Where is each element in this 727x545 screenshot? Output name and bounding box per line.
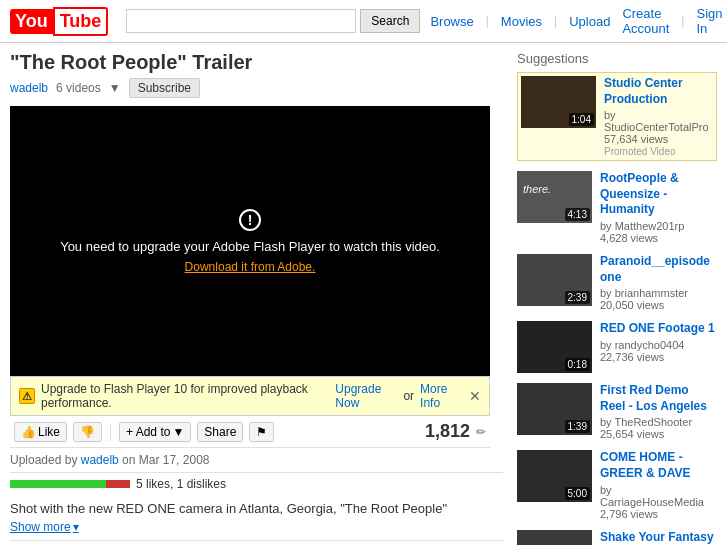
- comments-header: All Comments (5) see all: [10, 541, 503, 545]
- suggestion-info: First Red Demo Reel - Los Angeles by The…: [600, 383, 717, 440]
- suggestion-title[interactable]: First Red Demo Reel - Los Angeles: [600, 383, 717, 414]
- share-button[interactable]: Share: [197, 422, 243, 442]
- suggestion-item[interactable]: 1:04 Studio Center Production by StudioC…: [517, 72, 717, 161]
- suggestion-views: 4,628 views: [600, 232, 717, 244]
- suggestion-info: Studio Center Production by StudioCenter…: [604, 76, 713, 157]
- more-info-link[interactable]: More Info: [420, 382, 463, 410]
- description: Shot with the new RED ONE camera in Atla…: [10, 495, 503, 541]
- suggestion-thumbnail: 3:51: [517, 530, 592, 545]
- description-text: Shot with the new RED ONE camera in Atla…: [10, 501, 447, 516]
- suggestion-thumbnail: there. 4:13: [517, 171, 592, 223]
- suggestion-channel: by Matthew201rp: [600, 220, 717, 232]
- flag-icon: ⚑: [256, 425, 267, 439]
- suggestion-thumbnail: 1:39: [517, 383, 592, 435]
- suggestions-title: Suggestions: [517, 51, 717, 66]
- page: "The Root People" Trailer wadelb 6 video…: [0, 43, 727, 545]
- dropdown-icon[interactable]: ▼: [109, 81, 121, 95]
- suggestion-thumbnail: 1:04: [521, 76, 596, 128]
- show-more-button[interactable]: Show more ▾: [10, 520, 503, 534]
- flash-warning-box: ! You need to upgrade your Adobe Flash P…: [60, 209, 440, 274]
- flash-bar: ⚠ Upgrade to Flash Player 10 for improve…: [10, 376, 490, 416]
- upload-info: Uploaded by wadelb on Mar 17, 2008: [10, 448, 503, 473]
- controls-bar: 👍 Like 👎 + Add to ▼ Share ⚑ 1,812 ✏: [10, 416, 490, 448]
- thumb-duration: 0:18: [565, 358, 590, 371]
- logo: YouTube: [10, 7, 108, 36]
- video-title: "The Root People" Trailer: [10, 51, 503, 74]
- suggestion-thumbnail: 5:00: [517, 450, 592, 502]
- search-input[interactable]: [126, 9, 356, 33]
- video-screen: ! You need to upgrade your Adobe Flash P…: [10, 106, 490, 376]
- search-button[interactable]: Search: [360, 9, 420, 33]
- likes-text: 5 likes, 1 dislikes: [136, 477, 226, 491]
- browse-link[interactable]: Browse: [430, 14, 473, 29]
- view-count: 1,812: [425, 421, 470, 442]
- add-to-dropdown-icon: ▼: [172, 425, 184, 439]
- subscribe-button[interactable]: Subscribe: [129, 78, 200, 98]
- thumb-down-icon: 👎: [80, 425, 95, 439]
- suggestion-channel: by randycho0404: [600, 339, 717, 351]
- suggestion-thumbnail: 0:18: [517, 321, 592, 373]
- uploader-link[interactable]: wadelb: [81, 453, 119, 467]
- likes-bar: 5 likes, 1 dislikes: [10, 473, 503, 495]
- search-form: Search: [126, 9, 420, 33]
- suggestion-item[interactable]: 3:51 Shake Your Fantasy - Mimi & Teft by…: [517, 530, 717, 545]
- suggestion-info: COME HOME - GREER & DAVE by CarriageHous…: [600, 450, 717, 519]
- suggestion-item[interactable]: 5:00 COME HOME - GREER & DAVE by Carriag…: [517, 450, 717, 519]
- header: YouTube Search Browse | Movies | Upload …: [0, 0, 727, 43]
- promoted-label: Promoted Video: [604, 146, 676, 157]
- movies-link[interactable]: Movies: [501, 14, 542, 29]
- flash-bar-or: or: [403, 389, 414, 403]
- create-account-link[interactable]: Create Account: [622, 6, 669, 36]
- flag-button[interactable]: ⚑: [249, 422, 274, 442]
- sign-in-link[interactable]: Sign In: [696, 6, 722, 36]
- suggestion-item[interactable]: 2:39 Paranoid__episode one by brianhamms…: [517, 254, 717, 311]
- suggestion-title[interactable]: COME HOME - GREER & DAVE: [600, 450, 717, 481]
- warning-circle-icon: !: [239, 209, 261, 231]
- thumb-duration: 1:39: [565, 420, 590, 433]
- flash-download-link[interactable]: Download it from Adobe.: [185, 260, 316, 274]
- suggestion-title[interactable]: RED ONE Footage 1: [600, 321, 717, 337]
- add-to-label: + Add to: [126, 425, 170, 439]
- suggestion-info: Shake Your Fantasy - Mimi & Teft by Mimi…: [600, 530, 717, 545]
- suggestion-info: RootPeople & Queensize - Humanity by Mat…: [600, 171, 717, 244]
- suggestion-title[interactable]: RootPeople & Queensize - Humanity: [600, 171, 717, 218]
- likes-progress-bar: [10, 480, 130, 488]
- edit-icon[interactable]: ✏: [476, 425, 486, 439]
- suggestion-channel: by TheRedShooter: [600, 416, 717, 428]
- suggestion-title[interactable]: Paranoid__episode one: [600, 254, 717, 285]
- suggestion-info: Paranoid__episode one by brianhammster 2…: [600, 254, 717, 311]
- like-label: Like: [38, 425, 60, 439]
- suggestion-item[interactable]: 0:18 RED ONE Footage 1 by randycho0404 2…: [517, 321, 717, 373]
- likes-fill: [10, 480, 106, 488]
- channel-link[interactable]: wadelb: [10, 81, 48, 95]
- upload-link[interactable]: Upload: [569, 14, 610, 29]
- sidebar: Suggestions 1:04 Studio Center Productio…: [517, 51, 717, 545]
- suggestion-views: 57,634 views Promoted Video: [604, 133, 713, 157]
- like-button[interactable]: 👍 Like: [14, 422, 67, 442]
- suggestion-views: 25,654 views: [600, 428, 717, 440]
- suggestion-item[interactable]: 1:39 First Red Demo Reel - Los Angeles b…: [517, 383, 717, 440]
- upgrade-now-link[interactable]: Upgrade Now: [335, 382, 397, 410]
- thumb-duration: 5:00: [565, 487, 590, 500]
- add-to-button[interactable]: + Add to ▼: [119, 422, 191, 442]
- thumb-duration: 4:13: [565, 208, 590, 221]
- video-player: ! You need to upgrade your Adobe Flash P…: [10, 106, 490, 376]
- suggestion-title[interactable]: Studio Center Production: [604, 76, 713, 107]
- controls-separator-1: [110, 423, 111, 441]
- chevron-down-icon: ▾: [73, 520, 79, 534]
- suggestion-channel: by StudioCenterTotalPro: [604, 109, 713, 133]
- dislike-button[interactable]: 👎: [73, 422, 102, 442]
- thumb-duration: 2:39: [565, 291, 590, 304]
- suggestion-item[interactable]: there. 4:13 RootPeople & Queensize - Hum…: [517, 171, 717, 244]
- suggestion-title[interactable]: Shake Your Fantasy - Mimi & Teft: [600, 530, 717, 545]
- flash-bar-close[interactable]: ✕: [469, 388, 481, 404]
- logo-tube: Tube: [53, 7, 109, 36]
- logo-you: You: [10, 9, 53, 34]
- flash-warning-text: You need to upgrade your Adobe Flash Pla…: [60, 239, 440, 254]
- dislikes-fill: [106, 480, 130, 488]
- thumb-text: there.: [521, 181, 553, 197]
- thumb-duration: 1:04: [569, 113, 594, 126]
- flash-bar-text: Upgrade to Flash Player 10 for improved …: [41, 382, 329, 410]
- share-label: Share: [204, 425, 236, 439]
- channel-row: wadelb 6 videos ▼ Subscribe: [10, 78, 503, 98]
